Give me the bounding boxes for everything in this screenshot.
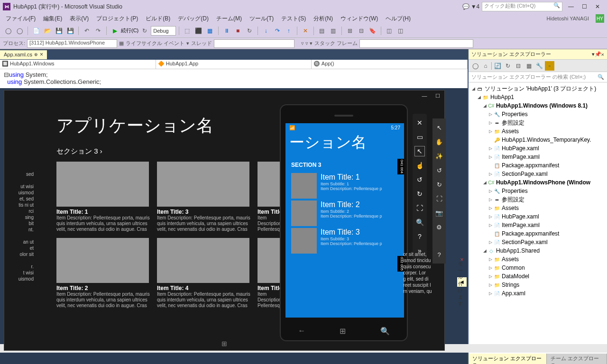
se-refresh-icon[interactable]: ↻ [503,61,513,71]
emu-fit-icon[interactable]: ⛶ [414,203,425,213]
emu2-rotate-l-icon[interactable]: ↺ [434,165,444,175]
se-collapse-icon[interactable]: ⊟ [514,61,523,71]
menu-analyze[interactable]: 分析(N) [311,14,336,24]
phone-list-item[interactable]: Item Title: 3 Item Subtitle: 3 Item Desc… [285,227,404,255]
undo-icon[interactable]: ↶ [82,26,92,36]
solution-search[interactable]: ソリューション エクスプローラー の検索 (Ctrl+;)🔍 [469,72,607,82]
step-over-icon[interactable]: ↷ [272,26,283,36]
save-all-icon[interactable]: 💾 [65,26,75,36]
se-back-icon[interactable]: ◯ [470,61,480,71]
stop-icon[interactable]: ■ [233,26,243,36]
menu-tools[interactable]: ツール(T) [247,14,276,24]
open-file-icon[interactable]: 📂 [42,26,53,36]
phone-back-icon[interactable]: ← [298,327,305,336]
emu-rotate-right-icon[interactable]: ↻ [414,189,425,199]
tb-icon-a[interactable]: ⊞ [345,26,355,36]
restart-icon[interactable]: ↻ [139,26,150,36]
tab-solution-explorer[interactable]: ソリューション エクスプローラー [469,354,547,364]
tb-icon-1[interactable]: ⬚ [182,26,193,36]
panel-close-icon[interactable]: × [601,52,604,57]
close-button[interactable]: ✕ [591,2,604,11]
nav-back-icon[interactable]: ◯ [3,26,13,36]
se-showall-icon[interactable]: ▦ [524,61,533,71]
se-preview-icon[interactable]: ▫ [545,61,554,71]
phone-list-item[interactable]: Item Title: 1 Item Subtitle: 1 Item Desc… [285,172,404,200]
new-file-icon[interactable]: 📄 [31,26,41,36]
code-editor[interactable]: ⊟using System; using System.Collections.… [0,69,468,88]
bookmark-icon[interactable]: 🔖 [368,26,378,36]
user-name[interactable]: Hidetoshi YANAGI [544,15,592,22]
config-combo[interactable]: Debug [151,26,175,36]
notification-flag-icon[interactable]: ▼4 [470,3,480,10]
emu2-hand-icon[interactable]: ✋ [434,136,444,147]
pin-icon[interactable]: ⊕ [34,52,38,57]
menu-file[interactable]: ファイル(F) [3,14,38,24]
emu2-camera-icon[interactable]: 📷 [434,208,444,218]
emu2-settings-icon[interactable]: ⚙ [434,222,444,232]
sim-minimize-icon[interactable]: — [418,91,431,101]
nav-fwd-icon[interactable]: ◯ [14,26,25,36]
emu-zoom-icon[interactable]: 🔍 [414,217,425,228]
emu-help-icon[interactable]: ? [414,231,425,242]
tb-icon-c[interactable]: ◫ [384,26,395,36]
process-combo[interactable]: [3112] HubApp1.WindowsPhone [27,39,117,48]
redo-icon[interactable]: ↷ [93,26,103,36]
step-into-icon[interactable]: ↓ [261,26,271,36]
intellitrace-icon[interactable]: ✕ [300,26,311,36]
se-home-icon[interactable]: ⌂ [481,61,490,71]
layout2-icon[interactable]: ▥ [328,26,339,36]
panel-pin-icon[interactable]: 📌 [595,51,601,57]
restart2-icon[interactable]: ↻ [244,26,255,36]
nav-member-combo[interactable]: 🔘 App() [312,60,468,69]
emu-rotate-left-icon[interactable]: ↺ [414,174,425,185]
menu-test[interactable]: テスト(S) [278,14,309,24]
layout-icon[interactable]: ▤ [317,26,327,36]
emu2-pointer-icon[interactable]: ↖ [434,122,444,133]
emu2-rotate-r-icon[interactable]: ↻ [434,179,444,190]
minimize-button[interactable]: — [564,2,578,11]
app-card[interactable]: Item Title: 4 Item Description: Pellente… [157,238,252,309]
emu2-magic-icon[interactable]: ✨ [434,151,444,161]
document-tab[interactable]: App.xaml.cs ⊕ × [0,50,47,59]
menu-window[interactable]: ウィンドウ(W) [338,14,381,24]
menu-team[interactable]: チーム(M) [213,14,245,24]
tab-team-explorer[interactable]: チーム エクスプローラー [547,354,607,364]
maximize-button[interactable]: ☐ [578,2,591,11]
phone-screen[interactable]: 📶 5:27 ーション名 SECTION 3 Item Title: 1 Ite… [285,123,404,318]
app-card[interactable]: Item Title: 3 Item Description: Pellente… [157,162,252,232]
lifecycle-icon[interactable]: ▦ [119,40,124,46]
se-properties-icon[interactable]: 🔧 [534,61,544,71]
feedback-icon[interactable]: 💬 [461,3,470,10]
emu-close-icon[interactable]: ✕ [414,118,425,128]
continue-button[interactable]: ▶ [110,26,120,36]
menu-build[interactable]: ビルド(B) [143,14,173,24]
phone-list-item[interactable]: Item Title: 2 Item Subtitle: 2 Item Desc… [285,200,404,227]
nav-class-combo[interactable]: 🔶 HubApp1.App [156,60,312,69]
sim-maximize-icon[interactable]: ☐ [431,91,444,101]
user-avatar[interactable]: HY [596,14,604,23]
menu-edit[interactable]: 編集(E) [40,14,65,24]
app-card[interactable]: Item Title: 2 Item Description: Pellente… [56,238,151,309]
save-icon[interactable]: 💾 [54,26,64,36]
menu-project[interactable]: プロジェクト(P) [93,14,141,24]
tb-icon-d[interactable]: ◫ [395,26,406,36]
tb-icon-3[interactable]: ▦ [205,26,215,36]
menu-view[interactable]: 表示(V) [67,14,92,24]
nav-project-combo[interactable]: 🔲 HubApp1.Windows [0,60,156,69]
windows-logo-icon[interactable]: ⊞ [221,340,227,347]
tab-close-icon[interactable]: × [40,51,43,58]
emu-pointer-icon[interactable]: ↖ [414,146,425,156]
phone-search-icon[interactable]: 🔍 [380,327,390,336]
quick-launch-input[interactable]: クイック起動 (Ctrl+Q)🔍 [482,2,562,11]
step-out-icon[interactable]: ↑ [284,26,294,36]
phone-home-icon[interactable]: ⊞ [340,327,346,336]
thread-combo[interactable] [214,39,294,48]
tb-icon-2[interactable]: ⬛ [193,26,204,36]
stack-combo[interactable] [359,39,473,48]
lifecycle-label[interactable]: ライフサイクル イベント [126,40,184,47]
emu2-fit-icon[interactable]: ⛶ [434,193,444,204]
solution-tree[interactable]: ◢🗃ソリューション 'HubApp1' (3 プロジェクト) ◢📁HubApp1… [469,82,607,354]
emu-touch-icon[interactable]: ☝ [414,160,425,171]
menu-help[interactable]: ヘルプ(H) [383,14,414,24]
app-card[interactable]: Item Title: 1 Item Description: Pellente… [56,162,151,232]
